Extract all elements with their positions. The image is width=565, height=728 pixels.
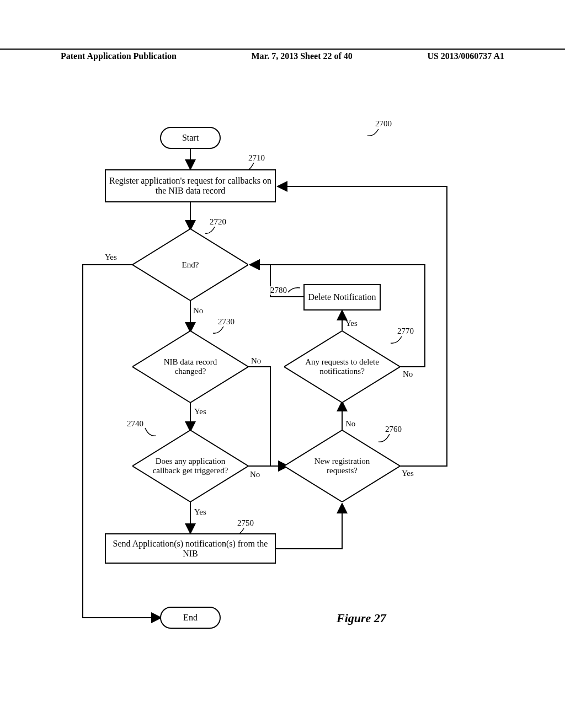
process-register: Register application's request for callb… <box>105 169 276 202</box>
decision-end: End? <box>132 229 248 301</box>
header-left: Patent Application Publication <box>61 51 177 64</box>
decision-nib-changed: NIB data record changed? <box>132 331 248 403</box>
decision-new-reg-text: New registration requests? <box>300 457 385 475</box>
ref-2710: 2710 <box>248 153 265 163</box>
edge-2730-yes: Yes <box>194 407 206 416</box>
decision-callback: Does any application callback get trigge… <box>132 430 248 502</box>
decision-delete-req-text: Any requests to delete notifications? <box>300 357 385 376</box>
decision-nib-changed-text: NIB data record changed? <box>148 357 233 376</box>
decision-callback-text: Does any application callback get trigge… <box>148 457 233 475</box>
edge-2740-yes: Yes <box>194 507 206 517</box>
end-terminator: End <box>160 607 221 629</box>
process-delete-notification: Delete Notification <box>303 284 381 311</box>
ref-2780: 2780 <box>270 286 287 295</box>
edge-2730-no: No <box>251 356 261 366</box>
edge-2770-yes: Yes <box>345 319 358 328</box>
flowchart-canvas: Start Register application's request for… <box>50 105 519 689</box>
edge-2770-no: No <box>403 370 413 379</box>
ref-2720: 2720 <box>210 217 226 227</box>
edge-2760-no: No <box>345 419 355 429</box>
figure-title: Figure 27 <box>337 611 386 625</box>
edge-2720-yes: Yes <box>105 253 117 262</box>
start-terminator: Start <box>160 127 221 149</box>
ref-2750: 2750 <box>237 518 254 528</box>
decision-delete-req: Any requests to delete notifications? <box>284 331 400 403</box>
start-label: Start <box>182 133 199 143</box>
process-send: Send Application(s) notification(s) from… <box>105 533 276 564</box>
process-send-text: Send Application(s) notification(s) from… <box>109 539 271 559</box>
decision-end-text: End? <box>182 260 199 270</box>
decision-new-reg: New registration requests? <box>284 430 400 502</box>
edge-2720-no: No <box>193 306 203 315</box>
page-header: Patent Application Publication Mar. 7, 2… <box>0 49 565 64</box>
edge-2760-yes: Yes <box>402 469 414 478</box>
process-delete-text: Delete Notification <box>308 292 376 302</box>
header-right: US 2013/0060737 A1 <box>427 51 504 64</box>
ref-2700: 2700 <box>375 119 392 129</box>
ref-2740: 2740 <box>127 419 143 429</box>
ref-2770: 2770 <box>397 326 414 336</box>
end-label: End <box>183 613 198 623</box>
ref-2730: 2730 <box>218 317 234 326</box>
ref-2760: 2760 <box>385 425 402 434</box>
process-register-text: Register application's request for callb… <box>109 176 271 196</box>
header-center: Mar. 7, 2013 Sheet 22 of 40 <box>251 51 352 64</box>
edge-2740-no: No <box>250 470 260 479</box>
